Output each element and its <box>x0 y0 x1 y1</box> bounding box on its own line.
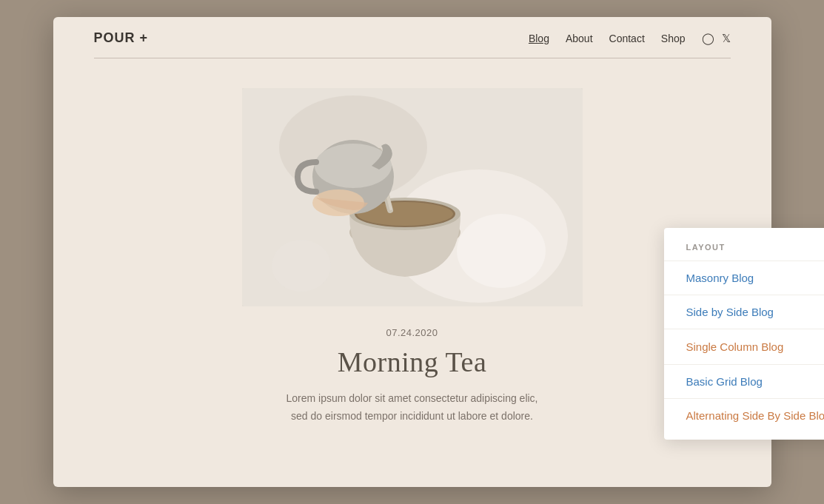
layout-dropdown: LAYOUT Masonry Blog Side by Side Blog Si… <box>664 228 825 440</box>
layout-option-basic-grid-label: Basic Grid Blog <box>686 375 763 388</box>
layout-option-single-column[interactable]: Single Column Blog ✓ <box>664 329 825 364</box>
post-image <box>242 88 583 306</box>
browser-window: POUR + Blog About Contact Shop ◯ 𝕏 <box>53 17 771 487</box>
layout-option-side-by-side[interactable]: Side by Side Blog <box>664 295 825 329</box>
site-logo: POUR + <box>94 30 149 46</box>
site-nav: Blog About Contact Shop ◯ 𝕏 <box>529 32 731 45</box>
post-excerpt: Lorem ipsum dolor sit amet consectetur a… <box>286 390 537 426</box>
layout-option-alternating-label: Alternating Side By Side Blog <box>686 409 825 422</box>
layout-option-single-column-label: Single Column Blog <box>686 340 784 353</box>
nav-link-about[interactable]: About <box>566 33 593 44</box>
site-header: POUR + Blog About Contact Shop ◯ 𝕏 <box>53 17 771 58</box>
nav-link-blog[interactable]: Blog <box>529 33 549 44</box>
svg-point-11 <box>272 240 331 292</box>
layout-option-masonry-label: Masonry Blog <box>686 272 754 284</box>
post-date: 07.24.2020 <box>386 327 438 338</box>
nav-link-shop[interactable]: Shop <box>661 33 686 44</box>
twitter-icon[interactable]: 𝕏 <box>722 32 731 45</box>
svg-point-10 <box>457 214 546 288</box>
layout-option-side-by-side-label: Side by Side Blog <box>686 306 774 318</box>
post-title: Morning Tea <box>338 346 487 378</box>
layout-option-alternating[interactable]: Alternating Side By Side Blog <box>664 398 825 432</box>
layout-option-masonry[interactable]: Masonry Blog <box>664 261 825 295</box>
dropdown-header: LAYOUT <box>664 243 825 261</box>
instagram-icon[interactable]: ◯ <box>702 32 714 45</box>
social-icons: ◯ 𝕏 <box>702 32 731 45</box>
nav-link-contact[interactable]: Contact <box>609 33 645 44</box>
layout-option-basic-grid[interactable]: Basic Grid Blog <box>664 364 825 398</box>
